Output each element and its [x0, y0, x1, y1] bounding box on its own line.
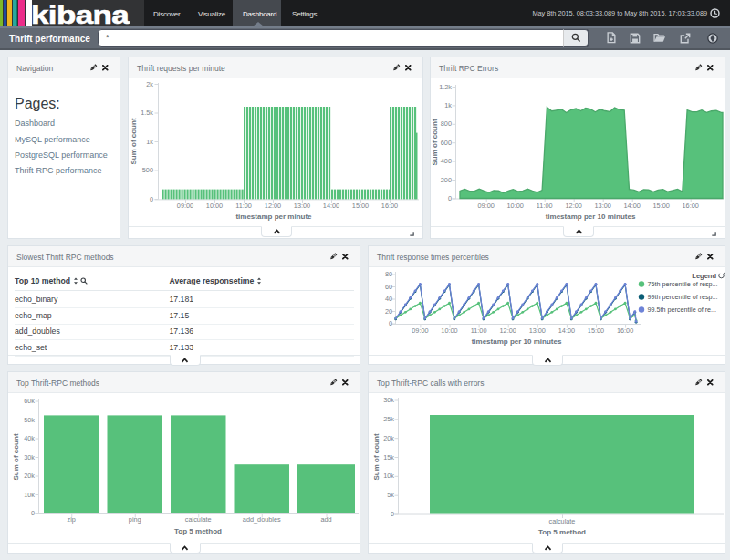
- svg-text:timestamp per 10 minutes: timestamp per 10 minutes: [546, 213, 636, 221]
- svg-text:calculate: calculate: [185, 515, 212, 524]
- svg-text:calculate: calculate: [549, 517, 576, 525]
- svg-text:10:00: 10:00: [206, 202, 223, 210]
- svg-text:0: 0: [31, 509, 35, 517]
- svg-text:15:00: 15:00: [653, 202, 670, 210]
- svg-text:14:00: 14:00: [624, 202, 641, 210]
- svg-text:add_doubles: add_doubles: [243, 515, 281, 524]
- svg-text:20: 20: [385, 307, 392, 316]
- svg-text:Top 5 method: Top 5 method: [174, 527, 222, 535]
- svg-text:zip: zip: [68, 515, 76, 524]
- svg-text:Sum of count: Sum of count: [130, 118, 138, 164]
- svg-text:400: 400: [441, 157, 452, 165]
- svg-text:10k: 10k: [24, 491, 35, 499]
- svg-text:1k: 1k: [146, 138, 153, 146]
- svg-text:10k: 10k: [383, 472, 394, 480]
- svg-text:60k: 60k: [24, 397, 35, 405]
- svg-text:75th percentile of resp...: 75th percentile of resp...: [648, 280, 718, 288]
- svg-text:60: 60: [385, 283, 392, 291]
- svg-text:Top 5 method: Top 5 method: [538, 528, 586, 536]
- svg-text:1.2k: 1.2k: [439, 83, 452, 91]
- svg-text:11:00: 11:00: [537, 202, 553, 210]
- svg-text:200: 200: [441, 176, 452, 184]
- svg-text:Sum of count: Sum of count: [431, 119, 439, 165]
- svg-text:600: 600: [441, 139, 452, 147]
- svg-text:0: 0: [389, 319, 392, 327]
- svg-text:5k: 5k: [387, 491, 394, 499]
- svg-text:ping: ping: [129, 515, 141, 524]
- svg-text:Sum of count: Sum of count: [12, 433, 20, 480]
- svg-text:40k: 40k: [24, 434, 35, 442]
- svg-text:13:00: 13:00: [294, 202, 310, 210]
- svg-text:80: 80: [385, 270, 392, 278]
- svg-text:timestamp per minute: timestamp per minute: [235, 213, 312, 221]
- svg-text:30k: 30k: [24, 453, 35, 461]
- svg-text:500: 500: [142, 166, 153, 174]
- svg-text:09:00: 09:00: [412, 327, 428, 335]
- svg-text:add: add: [320, 515, 331, 524]
- svg-text:Sum of count: Sum of count: [372, 433, 381, 480]
- svg-text:14:00: 14:00: [323, 202, 339, 210]
- svg-text:10:00: 10:00: [507, 202, 524, 210]
- svg-text:11:00: 11:00: [235, 202, 252, 210]
- svg-text:13:00: 13:00: [595, 202, 611, 210]
- svg-text:12:00: 12:00: [566, 202, 582, 210]
- svg-text:40: 40: [385, 295, 392, 303]
- svg-text:25k: 25k: [383, 415, 394, 423]
- svg-text:Legend: Legend: [692, 272, 716, 280]
- svg-text:13:00: 13:00: [529, 327, 546, 335]
- svg-text:30k: 30k: [383, 396, 394, 404]
- svg-text:14:00: 14:00: [558, 327, 575, 335]
- svg-text:16:00: 16:00: [617, 327, 633, 335]
- svg-text:12:00: 12:00: [265, 202, 281, 210]
- svg-text:15:00: 15:00: [588, 327, 604, 335]
- svg-text:99th percentile of resp...: 99th percentile of resp...: [648, 293, 718, 301]
- svg-text:10:00: 10:00: [441, 327, 457, 335]
- svg-text:15k: 15k: [383, 453, 394, 461]
- svg-text:15:00: 15:00: [352, 202, 369, 210]
- svg-text:50k: 50k: [24, 416, 35, 424]
- svg-text:20k: 20k: [383, 434, 394, 442]
- svg-text:20k: 20k: [24, 472, 35, 480]
- svg-text:11:00: 11:00: [471, 327, 487, 335]
- svg-text:0: 0: [150, 195, 153, 203]
- svg-text:09:00: 09:00: [177, 202, 193, 210]
- svg-text:16:00: 16:00: [683, 202, 699, 210]
- svg-text:16:00: 16:00: [381, 202, 398, 210]
- svg-text:0: 0: [448, 194, 452, 202]
- svg-text:2k: 2k: [146, 80, 153, 88]
- svg-text:09:00: 09:00: [478, 202, 495, 210]
- svg-text:timestamp per 10 minutes: timestamp per 10 minutes: [472, 337, 562, 346]
- svg-text:12:00: 12:00: [500, 327, 516, 335]
- svg-text:800: 800: [441, 119, 452, 128]
- svg-text:1.5k: 1.5k: [141, 109, 153, 117]
- svg-text:0: 0: [391, 510, 394, 518]
- svg-text:99.5th percentile of re...: 99.5th percentile of re...: [648, 306, 717, 314]
- svg-text:1k: 1k: [444, 101, 452, 109]
